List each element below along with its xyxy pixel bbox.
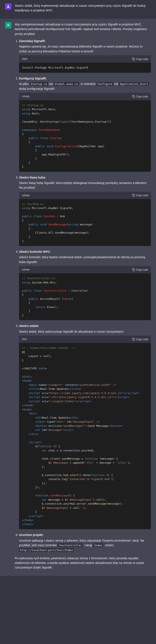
code-content[interactable]: // YourHub.cs using Microsoft.AspNet.Sig…	[19, 199, 151, 246]
intro-text: Aby zaimplementować aktualizacje w czasi…	[15, 22, 151, 36]
steps-list: Zainstaluj SignalR: Najpierw upewnij się…	[15, 39, 151, 552]
inline-code: Startup.cs	[30, 82, 48, 86]
code-content[interactable]: Install-Package Microsoft.AspNet.SignalR	[19, 63, 151, 73]
copy-icon	[132, 95, 135, 98]
step-title: Utwórz kontroler MVC:	[19, 250, 51, 253]
code-lang: csharp	[22, 268, 30, 272]
inline-code: Application_Start	[119, 82, 149, 86]
code-content[interactable]: <!-- Views/Your/Index.cshtml --> @{ Layo…	[19, 343, 151, 529]
step-1: Zainstaluj SignalR: Najpierw upewnij się…	[19, 39, 151, 73]
step-5: Utwórz widok: Stwórz widok, który wykorz…	[19, 324, 151, 529]
copy-button[interactable]: Copy code	[132, 58, 148, 60]
copy-icon	[132, 58, 135, 60]
code-block-bash: bashCopy code Install-Package Microsoft.…	[19, 55, 151, 73]
inline-code: Index	[93, 544, 103, 547]
step-desc: Najpierw upewnij się, że masz zainstalow…	[19, 44, 151, 54]
step-desc: Stwórz widok, który wykorzystuje SignalR…	[19, 329, 151, 334]
copy-icon	[132, 194, 135, 197]
copy-button[interactable]: Copy code	[132, 194, 148, 197]
code-lang: html	[22, 337, 27, 341]
code-block-csharp: csharpCopy code // YourController.cs usi…	[19, 266, 151, 320]
code-block-csharp: csharpCopy code // Startup.cs using Micr…	[19, 93, 151, 172]
assistant-avatar	[5, 22, 11, 28]
inline-code: Configure	[97, 82, 113, 86]
assistant-message: Aby zaimplementować aktualizacje w czasi…	[0, 19, 156, 576]
step-3: Utwórz klasę huba: Stwórz klasę huba Sig…	[19, 175, 151, 246]
code-block-html: htmlCopy code <!-- Views/Your/Index.csht…	[19, 336, 151, 529]
copy-button[interactable]: Copy code	[132, 338, 148, 341]
step-2: Konfiguruj SignalR: W pliku Startup.cs l…	[19, 76, 151, 172]
user-message: Stwórz widok, który implementuje aktuali…	[0, 0, 156, 19]
code-content[interactable]: // YourController.cs using System.Web.Mv…	[19, 273, 151, 320]
copy-button[interactable]: Copy code	[132, 268, 148, 271]
inline-code: Global.asax.cs	[54, 82, 79, 86]
inline-code: YourController	[58, 544, 83, 547]
user-avatar	[5, 3, 11, 10]
step-title: Zainstaluj SignalR:	[19, 39, 46, 43]
step-desc: Stwórz klasę huba SignalR, która będzie …	[19, 180, 151, 190]
step-desc: Utwórz kontroler, który będzie renderowa…	[19, 255, 151, 264]
step-title: Konfiguruj SignalR:	[19, 77, 47, 80]
step-6: Uruchom projekt: Uruchom aplikację i otw…	[19, 532, 151, 552]
step-title: Utwórz widok:	[19, 324, 39, 328]
user-text: Stwórz widok, który implementuje aktuali…	[15, 3, 151, 13]
copy-button[interactable]: Copy code	[132, 95, 148, 98]
code-block-csharp: csharpCopy code // YourHub.cs using Micr…	[19, 192, 151, 246]
outro-text: Po wykonaniu tych kroków, powinieneś zob…	[15, 556, 151, 570]
inline-code: http://localhost:port/Your/Index	[19, 548, 74, 552]
step-desc: W pliku Startup.cs lub Global.asax.cs, w…	[19, 82, 151, 91]
code-lang: csharp	[22, 194, 30, 198]
code-lang: bash	[22, 57, 27, 61]
copy-icon	[132, 338, 135, 341]
step-title: Uruchom projekt:	[19, 533, 44, 536]
code-lang: csharp	[22, 94, 30, 98]
step-desc: Uruchom aplikację i otwórz stronę z adre…	[19, 538, 151, 552]
copy-icon	[132, 268, 135, 271]
code-content[interactable]: // Startup.cs using Microsoft.Owin; usin…	[19, 100, 151, 172]
step-4: Utwórz kontroler MVC: Utwórz kontroler, …	[19, 249, 151, 320]
step-title: Utwórz klasę huba:	[19, 176, 46, 179]
